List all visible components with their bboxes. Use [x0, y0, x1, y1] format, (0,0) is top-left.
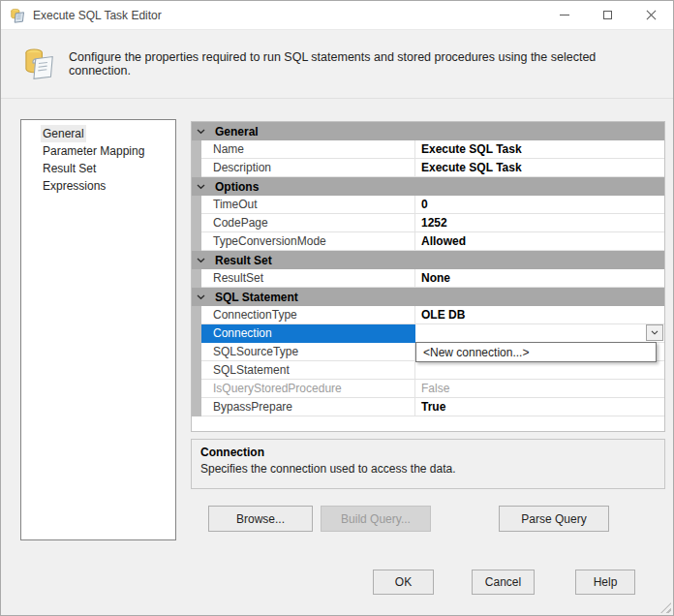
- row-indent-strip: [192, 269, 201, 288]
- grid-empty-area: [192, 416, 664, 431]
- maximize-icon: [603, 11, 612, 19]
- row-indent-strip: [192, 214, 201, 232]
- row-indent-strip: [192, 324, 201, 343]
- browse-button[interactable]: Browse...: [208, 506, 313, 532]
- window-controls: [542, 1, 673, 29]
- property-value[interactable]: 1252: [415, 214, 664, 232]
- grid-row-name[interactable]: Name Execute SQL Task: [192, 140, 664, 159]
- dropdown-button[interactable]: [646, 324, 663, 341]
- property-label: SQLStatement: [201, 361, 415, 380]
- execute-sql-task-editor-window: Execute SQL Task Editor Configure the pr…: [0, 0, 674, 616]
- title-bar[interactable]: Execute SQL Task Editor: [1, 1, 673, 30]
- property-label: ConnectionType: [201, 306, 415, 324]
- property-label: TimeOut: [201, 196, 415, 214]
- row-indent-strip: [192, 361, 201, 380]
- nav-item-result-set[interactable]: Result Set: [21, 160, 175, 177]
- chevron-down-icon: [197, 258, 210, 263]
- dropdown-item-new-connection[interactable]: <New connection...>: [416, 343, 656, 361]
- connection-combobox[interactable]: [415, 324, 664, 343]
- nav-item-general[interactable]: General: [21, 125, 175, 142]
- property-label: CodePage: [201, 214, 415, 232]
- help-button[interactable]: Help: [575, 570, 635, 595]
- property-label: Connection: [201, 324, 415, 343]
- nav-item-expressions[interactable]: Expressions: [21, 177, 175, 195]
- property-label: TypeConversionMode: [201, 232, 415, 251]
- row-indent-strip: [192, 398, 201, 416]
- grid-category-result-set[interactable]: Result Set: [192, 251, 664, 269]
- sql-task-icon: [10, 8, 25, 23]
- property-value[interactable]: OLE DB: [415, 306, 664, 324]
- grid-row-typeconversionmode[interactable]: TypeConversionMode Allowed: [192, 232, 664, 251]
- grid-row-isquerystoredprocedure[interactable]: IsQueryStoredProcedure False: [192, 380, 664, 398]
- grid-row-resultset[interactable]: ResultSet None: [192, 269, 664, 288]
- ok-button[interactable]: OK: [373, 570, 434, 595]
- nav-item-parameter-mapping[interactable]: Parameter Mapping: [21, 142, 175, 160]
- row-indent-strip: [192, 232, 201, 251]
- row-indent-strip: [192, 306, 201, 324]
- minimize-button[interactable]: [542, 1, 586, 29]
- grid-row-bypassprepare[interactable]: BypassPrepare True: [192, 398, 664, 416]
- close-button[interactable]: [629, 1, 673, 29]
- cancel-button[interactable]: Cancel: [472, 570, 535, 595]
- category-label: SQL Statement: [215, 291, 298, 304]
- row-indent-strip: [192, 140, 201, 159]
- property-value[interactable]: Allowed: [415, 232, 664, 251]
- grid-row-codepage[interactable]: CodePage 1252: [192, 214, 664, 232]
- category-label: General: [215, 125, 259, 139]
- property-value[interactable]: None: [415, 269, 664, 288]
- row-indent-strip: [192, 380, 201, 398]
- grid-category-sql-statement[interactable]: SQL Statement: [192, 288, 664, 306]
- property-info-panel: Connection Specifies the connection used…: [191, 439, 665, 489]
- window-title: Execute SQL Task Editor: [33, 9, 162, 22]
- chevron-down-icon: [651, 330, 659, 335]
- row-indent-strip: [192, 343, 201, 361]
- info-title: Connection: [200, 446, 656, 459]
- chevron-down-icon: [197, 129, 210, 135]
- resize-grip[interactable]: [660, 602, 671, 613]
- minimize-icon: [560, 15, 569, 15]
- property-label: IsQueryStoredProcedure: [201, 380, 415, 398]
- info-text: Specifies the connection used to access …: [200, 462, 656, 476]
- property-grid: General Name Execute SQL Task Descriptio…: [191, 121, 665, 432]
- chevron-down-icon: [197, 294, 210, 300]
- maximize-button[interactable]: [586, 1, 629, 29]
- row-indent-strip: [192, 159, 201, 177]
- close-icon: [646, 10, 657, 20]
- grid-row-connection[interactable]: Connection: [192, 324, 664, 343]
- dialog-description: Configure the properties required to run…: [69, 50, 673, 77]
- property-label: BypassPrepare: [201, 398, 415, 416]
- category-label: Options: [215, 180, 259, 194]
- property-value[interactable]: [415, 361, 664, 380]
- property-label: SQLSourceType: [201, 343, 415, 361]
- grid-row-description[interactable]: Description Execute SQL Task: [192, 159, 664, 177]
- property-value[interactable]: 0: [415, 196, 664, 214]
- property-value[interactable]: True: [415, 398, 664, 416]
- category-label: Result Set: [215, 254, 272, 267]
- property-label: Name: [201, 140, 415, 159]
- parse-query-button[interactable]: Parse Query: [499, 506, 609, 532]
- row-indent-strip: [192, 196, 201, 214]
- grid-row-sqlstatement[interactable]: SQLStatement: [192, 361, 664, 380]
- sql-task-scroll-icon: [22, 46, 57, 82]
- dialog-header: Configure the properties required to run…: [1, 30, 673, 99]
- grid-category-general[interactable]: General: [192, 122, 664, 140]
- chevron-down-icon: [197, 184, 210, 190]
- property-label: ResultSet: [201, 269, 415, 288]
- property-value: False: [415, 380, 664, 398]
- property-label: Description: [201, 159, 415, 177]
- property-value[interactable]: Execute SQL Task: [415, 140, 664, 159]
- property-value[interactable]: Execute SQL Task: [415, 159, 664, 177]
- grid-category-options[interactable]: Options: [192, 177, 664, 196]
- grid-row-connectiontype[interactable]: ConnectionType OLE DB: [192, 306, 664, 324]
- build-query-button: Build Query...: [321, 506, 431, 532]
- grid-row-timeout[interactable]: TimeOut 0: [192, 196, 664, 214]
- pages-list: General Parameter Mapping Result Set Exp…: [20, 119, 176, 540]
- connection-dropdown-popup: <New connection...>: [415, 342, 657, 362]
